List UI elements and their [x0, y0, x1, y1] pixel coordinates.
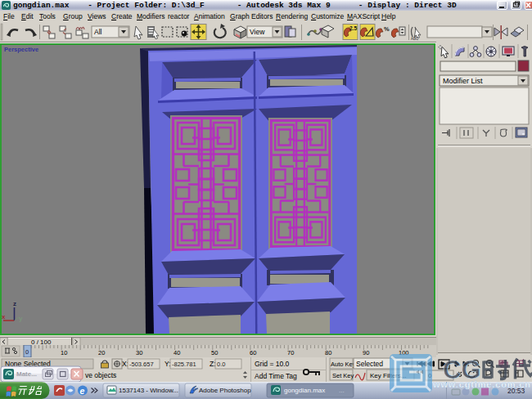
svg-text:Add Time Tag: Add Time Tag: [255, 372, 297, 380]
svg-text:...: ...: [339, 387, 345, 394]
svg-text:50: 50: [211, 349, 218, 356]
svg-text:1537143 - Window...: 1537143 - Window...: [119, 387, 178, 394]
svg-text:20:53: 20:53: [507, 387, 525, 395]
svg-text:0: 0: [428, 372, 432, 379]
svg-text:Key Filters...: Key Filters...: [370, 372, 406, 379]
svg-text:%: %: [384, 25, 390, 33]
svg-text:All: All: [94, 28, 102, 36]
svg-text:90: 90: [363, 349, 369, 356]
svg-text:Adobe Photoshop: Adobe Photoshop: [199, 387, 251, 394]
svg-text:100: 100: [399, 349, 409, 356]
svg-text:Auto Key: Auto Key: [331, 361, 356, 368]
svg-text:0.0: 0.0: [217, 361, 225, 368]
svg-text:40: 40: [174, 349, 180, 356]
svg-text:ve objects: ve objects: [85, 371, 116, 379]
svg-text:80: 80: [325, 349, 331, 356]
svg-text:-825.781: -825.781: [172, 361, 196, 368]
svg-text:gongdian.max: gongdian.max: [284, 387, 325, 394]
svg-text:z: z: [13, 300, 16, 307]
svg-text:Modifier List: Modifier List: [443, 77, 483, 85]
svg-text:Selected: Selected: [356, 360, 383, 368]
svg-text:0: 0: [25, 348, 29, 356]
svg-text:Grid = 10.0: Grid = 10.0: [255, 360, 290, 368]
svg-text:ABC: ABC: [411, 37, 419, 41]
svg-text:Mate...: Mate...: [16, 370, 37, 378]
svg-text:Z:: Z:: [210, 360, 216, 368]
svg-text:Set Key: Set Key: [332, 372, 354, 379]
svg-text:70: 70: [287, 349, 294, 356]
svg-text:x: x: [2, 313, 6, 321]
svg-text:2.5: 2.5: [349, 25, 357, 31]
svg-text:View: View: [250, 28, 265, 36]
svg-text:20: 20: [98, 349, 105, 356]
svg-text:30: 30: [136, 349, 142, 356]
svg-text:-503.657: -503.657: [129, 361, 154, 368]
svg-text:e: e: [80, 386, 85, 396]
svg-text:60: 60: [250, 349, 256, 356]
svg-text:y: y: [19, 315, 23, 322]
svg-text:10: 10: [61, 349, 67, 356]
svg-text:Y:: Y:: [165, 360, 171, 368]
